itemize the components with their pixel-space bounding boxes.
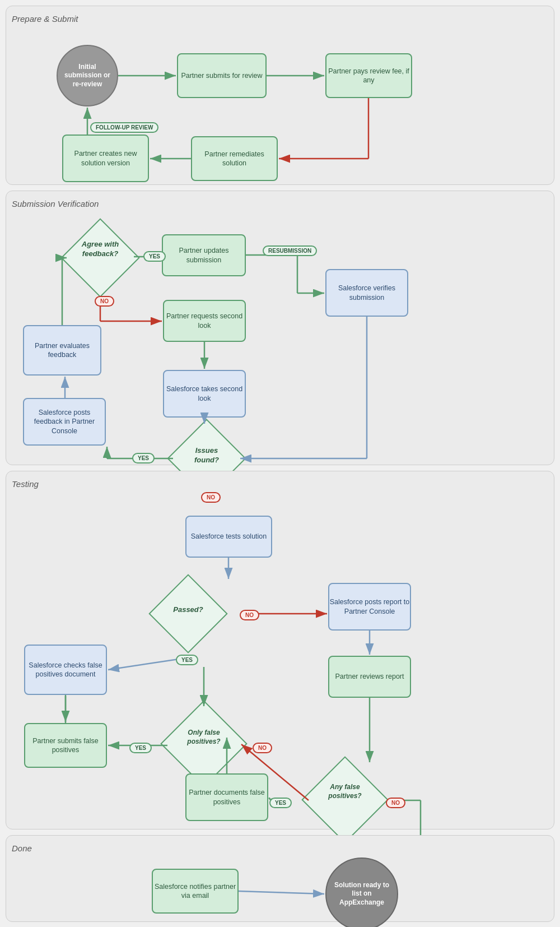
resubmission-pill: RESUBMISSION (263, 245, 317, 256)
no-issues-pill: NO (201, 492, 221, 503)
no-only-pill: NO (253, 743, 272, 753)
yes-any-pill: YES (269, 798, 292, 808)
sf-notifies-node: Salesforce notifies partner via email (152, 869, 239, 914)
yes-passed-pill: YES (176, 655, 198, 665)
testing-label: Testing (12, 479, 548, 489)
partner-remediates-node: Partner remediates solution (191, 136, 278, 181)
verification-label: Submission Verification (12, 199, 548, 208)
partner-evaluates-node: Partner evaluates feedback (23, 325, 101, 376)
solution-ready-node: Solution ready to list on AppExchange (325, 858, 398, 927)
prepare-submit-section: Prepare & Submit Initial submission or r… (6, 6, 554, 185)
partner-submits-fp-node: Partner submits false positives (24, 723, 107, 768)
yes-issues-pill: YES (132, 453, 155, 464)
prepare-submit-label: Prepare & Submit (12, 14, 548, 24)
sf-posts-report-node: Salesforce posts report to Partner Conso… (328, 583, 411, 631)
testing-section: Testing Salesforce tests solution Passed… (6, 471, 554, 829)
sf-second-look-node: Salesforce takes second look (163, 370, 246, 418)
partner-requests-node: Partner requests second look (163, 300, 246, 342)
initial-submission-node: Initial submission or re-review (57, 45, 118, 106)
only-false-diamond-container: Only falsepositives? (167, 707, 240, 780)
followup-review-pill: FOLLOW-UP REVIEW (90, 122, 158, 133)
verification-section: Submission Verification Agree withfeedba… (6, 191, 554, 465)
sf-verifies-node: Salesforce verifies submission (325, 269, 408, 317)
no-any-pill: NO (386, 798, 405, 808)
svg-line-48 (239, 891, 324, 894)
done-arrows (12, 858, 548, 925)
yes-only-pill: YES (129, 743, 152, 753)
sf-tests-node: Salesforce tests solution (185, 516, 272, 558)
partner-creates-node: Partner creates new solution version (62, 135, 149, 182)
no-passed-pill: NO (240, 610, 259, 620)
partner-updates-node: Partner updates submission (162, 234, 246, 276)
sf-posts-feedback-node: Salesforce posts feedback in Partner Con… (23, 398, 106, 446)
svg-line-38 (108, 659, 183, 670)
any-false-diamond-container: Any falsepositives? (309, 763, 381, 836)
agree-diamond-container: Agree withfeedback? (67, 224, 134, 291)
partner-docs-node: Partner documents false positives (185, 773, 268, 821)
yes-agree-pill: YES (143, 251, 166, 262)
partner-pays-node: Partner pays review fee, if any (325, 53, 412, 98)
partner-submits-node: Partner submits for review (177, 53, 267, 98)
passed-diamond-container: Passed? (155, 580, 222, 647)
done-label: Done (12, 843, 548, 853)
no-agree-pill: NO (95, 296, 114, 307)
sf-checks-node: Salesforce checks false positives docume… (24, 645, 107, 695)
partner-reviews-node: Partner reviews report (328, 656, 411, 698)
done-section: Done Salesforce notifies partner via ema… (6, 835, 554, 922)
